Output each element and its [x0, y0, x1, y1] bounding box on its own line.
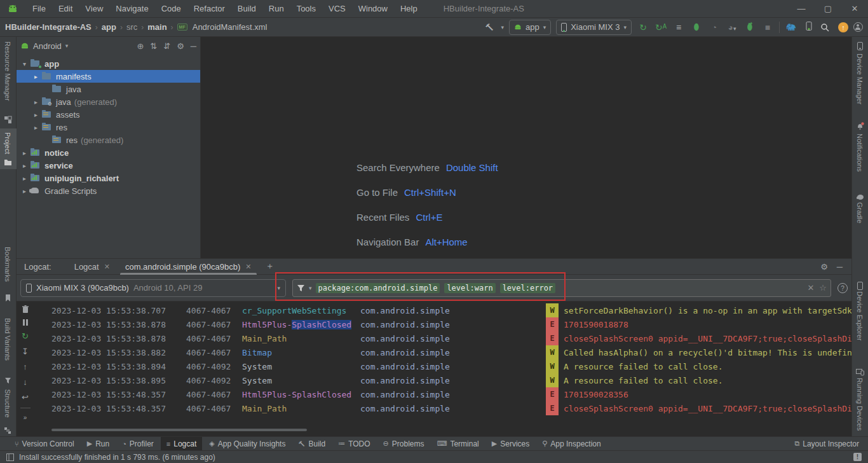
build-hammer-icon[interactable]: 🔨︎	[483, 22, 496, 32]
menu-file[interactable]: File	[27, 2, 51, 15]
tool-button-run[interactable]: ▶Run	[81, 437, 115, 451]
update-available-icon[interactable]: ↑	[838, 22, 848, 32]
rerun-icon[interactable]: ↻	[637, 22, 649, 32]
chevron-down-icon[interactable]: ▾	[501, 24, 504, 31]
tool-tab-structure[interactable]: Structure	[4, 389, 11, 418]
tool-button-terminal[interactable]: ⌨︎Terminal	[431, 437, 485, 451]
notifications-icon[interactable]: !	[853, 453, 862, 461]
tree-item-gradle-scripts[interactable]: ▸ Gradle Scripts	[17, 184, 200, 197]
tool-button-profiler[interactable]: ◔Profiler	[116, 437, 159, 451]
structure-icon[interactable]	[4, 426, 12, 434]
project-view-select[interactable]: Android	[33, 41, 62, 51]
logcat-tab-1[interactable]: Logcat ✕	[67, 259, 118, 275]
breadcrumb-project[interactable]: HBuilder-Integrate-AS	[5, 22, 92, 32]
tool-button-problems[interactable]: ⊖Problems	[377, 437, 430, 451]
chevron-collapsed-icon[interactable]: ▸	[19, 162, 30, 169]
chevron-collapsed-icon[interactable]: ▸	[19, 175, 30, 182]
profiler-icon[interactable]: ◔	[708, 22, 721, 32]
tool-button-services[interactable]: ▶Services	[486, 437, 535, 451]
tool-button-logcat[interactable]: ≡Logcat	[161, 437, 202, 451]
build-variants-icon[interactable]	[4, 377, 12, 385]
menu-refactor[interactable]: Refactor	[188, 2, 231, 15]
menu-navigate[interactable]: Navigate	[110, 2, 154, 15]
device-explorer-icon[interactable]	[856, 282, 864, 290]
menu-edit[interactable]: Edit	[53, 2, 78, 15]
tool-tab-bookmarks[interactable]: Bookmarks	[4, 247, 11, 282]
close-icon[interactable]: ✕	[104, 263, 110, 271]
log-row[interactable]: 2023-12-03 15:53:38.7074067-4067cr_Suppo…	[34, 303, 851, 317]
project-folder-icon[interactable]	[4, 158, 12, 166]
tree-item-res-generated[interactable]: res (generated)	[17, 134, 200, 146]
pause-logcat-icon[interactable]	[23, 319, 28, 326]
clear-filter-icon[interactable]: ✕	[807, 283, 814, 293]
filter-funnel-icon[interactable]	[297, 284, 305, 292]
log-row[interactable]: 2023-12-03 15:53:38.8944067-4092Systemco…	[34, 359, 851, 373]
debug-bug-icon[interactable]: ⬮	[690, 22, 703, 32]
tree-item-manifests[interactable]: ▸ manifests	[17, 70, 200, 83]
menu-code[interactable]: Code	[156, 2, 187, 15]
log-row[interactable]: 2023-12-03 15:53:48.3574067-4067Html5Plu…	[34, 387, 851, 401]
chevron-down-icon[interactable]: ▾	[309, 285, 312, 291]
tool-button-todo[interactable]: ≔TODO	[332, 437, 376, 451]
more-options-icon[interactable]: »	[24, 414, 27, 421]
add-tab-icon[interactable]: ＋	[259, 261, 281, 272]
tool-tab-device-manager[interactable]: Device Manager	[856, 53, 864, 104]
tree-item-uniplugin-richalert[interactable]: ▸ uniplugin_richalert	[17, 172, 200, 184]
favorite-star-icon[interactable]: ☆	[819, 283, 827, 293]
tool-tab-resource-manager[interactable]: Resource Manager	[4, 41, 11, 101]
log-row[interactable]: 2023-12-03 15:53:38.8954067-4092Systemco…	[34, 373, 851, 387]
device-manager-icon[interactable]	[856, 42, 864, 50]
tree-item-java[interactable]: java	[17, 83, 200, 95]
tool-tab-notifications[interactable]: Notifications	[856, 134, 864, 172]
chevron-collapsed-icon[interactable]: ▸	[31, 99, 41, 106]
tool-button-layout-inspector[interactable]: ⧉Layout Inspector	[794, 439, 868, 448]
gradle-sync-icon[interactable]: 🐘︎	[785, 22, 797, 32]
chevron-collapsed-icon[interactable]: ▸	[19, 149, 30, 156]
log-row[interactable]: 2023-12-03 15:53:38.8824067-4067Bitmapco…	[34, 345, 851, 359]
hide-panel-icon[interactable]: ─	[837, 262, 843, 272]
logcat-filter-input[interactable]: ▾ package:com.android.simple level:warn …	[292, 279, 831, 297]
scroll-to-end-icon[interactable]: ↧	[22, 347, 29, 356]
tree-item-service[interactable]: ▸ service	[17, 159, 200, 172]
collapse-all-icon[interactable]: ⇵	[163, 41, 170, 51]
menu-run[interactable]: Run	[263, 2, 290, 15]
tree-item-notice[interactable]: ▸ notice	[17, 146, 200, 159]
account-avatar-icon[interactable]	[853, 22, 863, 32]
tool-tab-device-explorer[interactable]: Device Explorer	[856, 291, 864, 341]
tree-item-java-generated[interactable]: ▸ java (generated)	[17, 95, 200, 108]
running-devices-icon[interactable]	[856, 368, 864, 376]
chevron-down-icon[interactable]: ▾	[65, 43, 69, 49]
soft-wrap-icon[interactable]: ↩	[22, 392, 29, 402]
chevron-collapsed-icon[interactable]: ▸	[31, 111, 41, 118]
bookmark-icon[interactable]	[4, 294, 12, 302]
menu-help[interactable]: Help	[395, 2, 423, 15]
tool-button-app-quality-insights[interactable]: ◈App Quality Insights	[203, 437, 291, 451]
horizontal-scrollbar[interactable]	[51, 429, 307, 431]
hide-panel-icon[interactable]: ─	[191, 41, 196, 51]
close-icon[interactable]: ✕	[245, 263, 251, 271]
logcat-tab-2[interactable]: com.android.simple (90ca9bcb) ✕	[118, 259, 259, 275]
next-occurrence-icon[interactable]: ↓	[23, 377, 27, 387]
notifications-bell-icon[interactable]	[856, 122, 864, 130]
status-message[interactable]: Install successfully finished in 1 s 793…	[19, 453, 215, 462]
apply-code-changes-icon[interactable]: ≡	[672, 22, 685, 32]
device-select[interactable]: Xiaomi MIX 3 ▾	[556, 20, 632, 35]
maximize-button[interactable]: ▢	[815, 0, 841, 17]
chevron-expanded-icon[interactable]: ▾	[19, 60, 30, 67]
chevron-collapsed-icon[interactable]: ▸	[31, 124, 41, 131]
tool-tab-build-variants[interactable]: Build Variants	[4, 318, 11, 361]
minimize-button[interactable]: —	[788, 0, 815, 17]
chevron-collapsed-icon[interactable]: ▸	[19, 188, 30, 195]
tool-tab-running-devices[interactable]: Running Devices	[856, 378, 864, 431]
menu-vcs[interactable]: VCS	[323, 2, 351, 15]
breadcrumb-main[interactable]: main	[147, 22, 166, 32]
menu-view[interactable]: View	[79, 2, 109, 15]
search-icon[interactable]	[820, 23, 833, 32]
attach-debugger-icon[interactable]: ⬮⃗	[743, 22, 756, 32]
tool-tab-gradle[interactable]: Gradle	[856, 202, 864, 223]
tool-button-app-inspection[interactable]: ⚲App Inspection	[536, 437, 606, 451]
breadcrumb-file[interactable]: AndroidManifest.xml	[193, 22, 268, 32]
expand-all-icon[interactable]: ⇅	[150, 41, 157, 51]
gear-icon[interactable]: ⚙	[820, 262, 828, 272]
resource-manager-icon[interactable]	[4, 116, 12, 124]
